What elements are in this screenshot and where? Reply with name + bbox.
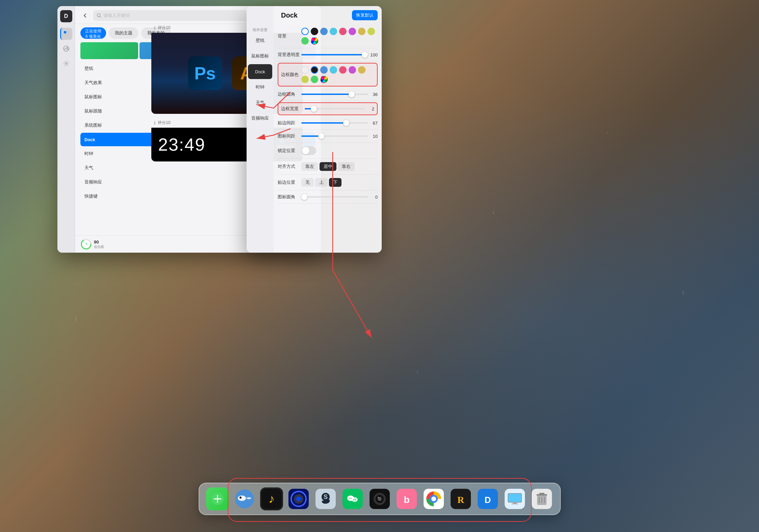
bg-label: 背景	[278, 33, 301, 39]
border-swatch-yellow[interactable]	[358, 66, 365, 74]
footer-status: 低负载	[94, 245, 104, 249]
border-swatch-black[interactable]	[311, 66, 318, 74]
snav-dock[interactable]: Dock	[248, 64, 272, 79]
border-radius-slider[interactable]	[301, 94, 368, 95]
dock-icon-finder[interactable]	[233, 487, 256, 510]
svg-point-32	[355, 499, 356, 500]
position-top[interactable]: 上	[315, 178, 328, 187]
dock-icon-bilibili[interactable]: b	[395, 487, 418, 510]
swatch-blue[interactable]	[320, 28, 328, 35]
svg-point-28	[352, 497, 358, 502]
lock-label: 锁定位置	[278, 148, 301, 154]
snav-wallpaper[interactable]: 壁纸	[248, 33, 272, 48]
border-radius-value: 36	[368, 92, 378, 97]
swatch-cyan[interactable]	[330, 28, 337, 35]
svg-line-8	[100, 17, 101, 18]
swatch-green[interactable]	[301, 37, 309, 45]
swatch-yellow[interactable]	[358, 28, 365, 35]
align-left[interactable]: 靠左	[301, 162, 318, 171]
dock-icon-c4d[interactable]	[287, 487, 310, 510]
lock-toggle[interactable]	[301, 146, 316, 155]
icon-gap-row: 图标间距 10	[278, 130, 378, 143]
svg-point-6	[65, 63, 67, 65]
swatch-transparent[interactable]	[301, 28, 309, 35]
rating-1: 评分10	[158, 25, 170, 31]
svg-point-22	[296, 497, 301, 501]
swatch-purple[interactable]	[349, 28, 356, 35]
settings-outer: 组件设置 壁纸 鼠标图标 Dock 时钟 天气 音频响应 Dock 恢复默认 背…	[247, 6, 382, 253]
snav-cursor[interactable]: 鼠标图标	[248, 49, 272, 64]
swatch-black[interactable]	[311, 28, 318, 35]
border-swatch-blue[interactable]	[320, 66, 328, 74]
border-swatch-pink[interactable]	[339, 66, 347, 74]
dock-icon-lens[interactable]	[368, 487, 391, 510]
clock-time: 23:49	[158, 134, 205, 155]
bg-opacity-label: 背景透明度	[278, 52, 301, 58]
settings-right: Dock 恢复默认 背景	[274, 6, 382, 253]
sidebar-icon-settings[interactable]	[60, 57, 72, 70]
border-color-label: 边框颜色	[281, 72, 301, 78]
bg-opacity-row: 背景透明度 100	[278, 48, 378, 61]
border-swatch-green[interactable]	[311, 76, 318, 83]
sidebar-icon-wallpaper[interactable]	[60, 43, 72, 55]
svg-point-31	[353, 499, 354, 500]
border-width-value: 2	[365, 106, 374, 111]
restore-default-button[interactable]: 恢复默认	[352, 10, 378, 20]
dock-icon-monitor[interactable]	[503, 487, 526, 510]
border-width-slider[interactable]	[305, 108, 365, 109]
settings-left-nav: 组件设置 壁纸 鼠标图标 Dock 时钟 天气 音频响应	[247, 6, 274, 253]
border-swatch-lime[interactable]	[301, 76, 309, 83]
tab-active[interactable]: 正在使用 6 项美化	[80, 27, 106, 39]
bg-color-row: 背景	[278, 24, 378, 48]
position-bottom[interactable]: 下	[329, 178, 341, 187]
svg-point-37	[378, 497, 379, 498]
icon-radius-slider[interactable]	[301, 196, 368, 198]
app-logo: D	[60, 10, 72, 22]
border-color-row: 边框颜色	[278, 63, 378, 86]
snav-clock[interactable]: 时钟	[248, 80, 272, 95]
snav-audio[interactable]: 音频响应	[248, 111, 272, 126]
position-none[interactable]: 无	[301, 178, 314, 187]
tab-my-themes[interactable]: 我的主题	[109, 27, 138, 39]
dock-icon-add[interactable]	[206, 487, 229, 510]
ps-icon: Ps	[188, 56, 222, 90]
align-center[interactable]: 居中	[320, 162, 336, 171]
border-radius-label: 边框圆角	[278, 91, 301, 97]
search-placeholder: 请输入关键词	[103, 12, 130, 19]
border-swatch-cyan[interactable]	[330, 66, 337, 74]
swatch-pink[interactable]	[339, 28, 347, 35]
svg-text:S: S	[323, 493, 327, 500]
padding-slider[interactable]	[301, 122, 368, 124]
svg-rect-52	[511, 504, 518, 504]
icon-radius-value: 0	[368, 195, 378, 200]
swatch-rainbow[interactable]	[311, 37, 318, 45]
bg-opacity-slider[interactable]	[301, 54, 368, 55]
lock-row: 锁定位置	[278, 143, 378, 159]
wp-thumb-1	[80, 42, 138, 59]
snav-weather[interactable]: 天气	[248, 95, 272, 110]
back-button[interactable]	[80, 11, 90, 20]
svg-point-29	[349, 498, 350, 499]
border-swatch-rainbow[interactable]	[320, 76, 328, 83]
dock-icon-trash[interactable]	[530, 487, 553, 510]
rating-2: 评分10	[158, 120, 170, 126]
swatch-lime[interactable]	[368, 28, 375, 35]
dock-icon-desktopplus[interactable]: D	[476, 487, 499, 510]
dock-icon-wechat[interactable]	[341, 487, 364, 510]
border-swatch-purple[interactable]	[349, 66, 356, 74]
dock-icon-steam[interactable]: S	[314, 487, 337, 510]
align-row: 对齐方式 靠左 居中 靠右	[278, 159, 378, 175]
padding-value: 67	[368, 121, 378, 126]
bg-opacity-value: 100	[368, 52, 378, 57]
align-right[interactable]: 靠右	[338, 162, 355, 171]
border-swatch-white[interactable]	[301, 66, 309, 74]
dock-icon-music[interactable]: ♪	[260, 487, 283, 510]
icon-gap-slider[interactable]	[301, 135, 368, 137]
position-label: 贴边位置	[278, 179, 301, 185]
sidebar-icon-themes[interactable]	[60, 28, 72, 40]
svg-rect-55	[536, 494, 547, 496]
svg-point-43	[431, 497, 436, 501]
settings-dock-name: Dock	[281, 11, 352, 19]
dock-icon-rockstar[interactable]: R	[449, 487, 472, 510]
dock-icon-chrome[interactable]	[422, 487, 445, 510]
